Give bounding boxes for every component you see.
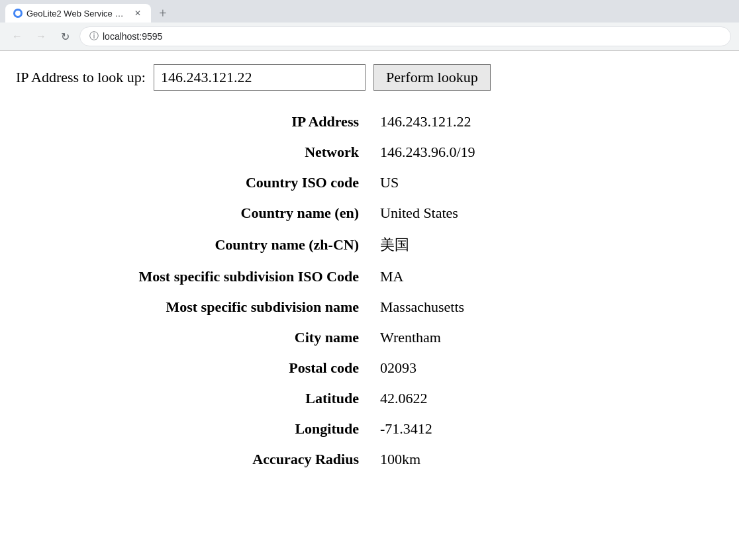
field-label: Latitude bbox=[16, 383, 370, 414]
back-button[interactable]: ← bbox=[8, 27, 26, 46]
address-text: localhost:9595 bbox=[103, 31, 162, 42]
info-icon: ⓘ bbox=[89, 30, 99, 42]
tab-close-button[interactable]: ✕ bbox=[132, 8, 143, 19]
reload-button[interactable]: ↻ bbox=[56, 27, 74, 46]
table-row: Longitude-71.3412 bbox=[16, 414, 723, 444]
forward-button[interactable]: → bbox=[32, 27, 50, 46]
field-label: Postal code bbox=[16, 353, 370, 383]
field-label: Country ISO code bbox=[16, 167, 370, 198]
field-value: 146.243.96.0/19 bbox=[370, 137, 723, 167]
field-label: Country name (en) bbox=[16, 198, 370, 228]
table-row: Most specific subdivision ISO CodeMA bbox=[16, 261, 723, 292]
table-row: Accuracy Radius100km bbox=[16, 444, 723, 475]
field-value: Massachusetts bbox=[370, 292, 723, 322]
perform-lookup-button[interactable]: Perform lookup bbox=[373, 64, 491, 91]
address-bar[interactable]: ⓘ localhost:9595 bbox=[79, 26, 731, 46]
browser-chrome: GeoLite2 Web Service De… ✕ + ← → ↻ ⓘ loc… bbox=[0, 0, 739, 51]
ip-address-input[interactable] bbox=[154, 64, 366, 91]
table-row: Most specific subdivision nameMassachuse… bbox=[16, 292, 723, 322]
field-value: Wrentham bbox=[370, 322, 723, 353]
table-row: IP Address146.243.121.22 bbox=[16, 107, 723, 137]
results-table: IP Address146.243.121.22Network146.243.9… bbox=[16, 107, 723, 475]
field-value: 美国 bbox=[370, 228, 723, 261]
field-label: City name bbox=[16, 322, 370, 353]
page-content: IP Address to look up: Perform lookup IP… bbox=[0, 51, 739, 488]
table-row: Country name (zh-CN)美国 bbox=[16, 228, 723, 261]
field-label: Most specific subdivision ISO Code bbox=[16, 261, 370, 292]
field-label: Country name (zh-CN) bbox=[16, 228, 370, 261]
field-label: Most specific subdivision name bbox=[16, 292, 370, 322]
field-value: MA bbox=[370, 261, 723, 292]
field-value: United States bbox=[370, 198, 723, 228]
table-row: Latitude42.0622 bbox=[16, 383, 723, 414]
tab-bar: GeoLite2 Web Service De… ✕ + bbox=[0, 0, 739, 23]
table-row: Network146.243.96.0/19 bbox=[16, 137, 723, 167]
field-value: 02093 bbox=[370, 353, 723, 383]
active-tab[interactable]: GeoLite2 Web Service De… ✕ bbox=[5, 4, 151, 23]
address-bar-row: ← → ↻ ⓘ localhost:9595 bbox=[0, 23, 739, 50]
field-label: IP Address bbox=[16, 107, 370, 137]
field-value: 100km bbox=[370, 444, 723, 475]
field-value: -71.3412 bbox=[370, 414, 723, 444]
new-tab-button[interactable]: + bbox=[154, 4, 172, 23]
table-row: City nameWrentham bbox=[16, 322, 723, 353]
table-row: Country name (en)United States bbox=[16, 198, 723, 228]
field-value: US bbox=[370, 167, 723, 198]
tab-label: GeoLite2 Web Service De… bbox=[26, 9, 128, 19]
field-label: Longitude bbox=[16, 414, 370, 444]
lookup-form: IP Address to look up: Perform lookup bbox=[16, 64, 723, 91]
lookup-label: IP Address to look up: bbox=[16, 69, 146, 86]
field-label: Accuracy Radius bbox=[16, 444, 370, 475]
field-label: Network bbox=[16, 137, 370, 167]
field-value: 42.0622 bbox=[370, 383, 723, 414]
table-row: Postal code02093 bbox=[16, 353, 723, 383]
table-row: Country ISO codeUS bbox=[16, 167, 723, 198]
field-value: 146.243.121.22 bbox=[370, 107, 723, 137]
tab-favicon bbox=[13, 9, 23, 18]
